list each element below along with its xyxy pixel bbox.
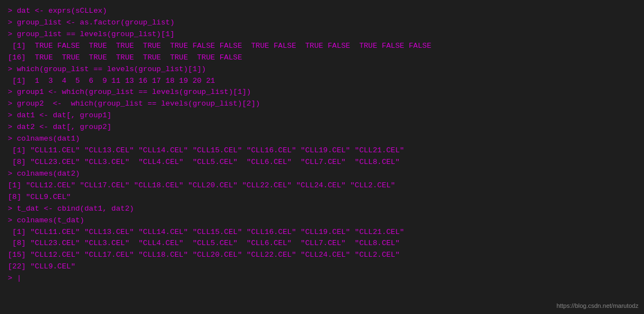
output-line: [1] "CLL11.CEL" "CLL13.CEL" "CLL14.CEL" … [8, 227, 636, 238]
output-line: [1] 1 3 4 5 6 9 11 13 16 17 18 19 20 21 [8, 76, 636, 87]
prompt-line: > t_dat <- cbind(dat1, dat2) [8, 203, 636, 215]
output-line: [1] "CLL12.CEL" "CLL17.CEL" "CLL18.CEL" … [8, 180, 636, 192]
output-line: [22] "CLL9.CEL" [8, 261, 636, 273]
prompt-line: > colnames(t_dat) [8, 215, 636, 227]
output-line: [8] "CLL23.CEL" "CLL3.CEL" "CLL4.CEL" "C… [8, 157, 636, 168]
prompt-line: > dat <- exprs(sCLLex) [8, 6, 636, 17]
prompt-line: > colnames(dat2) [8, 168, 636, 180]
output-line: [8] "CLL23.CEL" "CLL3.CEL" "CLL4.CEL" "C… [8, 238, 636, 250]
output-line: [1] "CLL11.CEL" "CLL13.CEL" "CLL14.CEL" … [8, 145, 636, 157]
output-line: [1] TRUE FALSE TRUE TRUE TRUE TRUE FALSE… [8, 41, 636, 52]
prompt-line: > group_list <- as.factor(group_list) [8, 17, 636, 29]
prompt-line: > dat1 <- dat[, group1] [8, 110, 636, 122]
prompt-line: > dat2 <- dat[, group2] [8, 122, 636, 133]
prompt-line: > group1 <- which(group_list == levels(g… [8, 87, 636, 98]
console-output: > dat <- exprs(sCLLex)> group_list <- as… [8, 6, 636, 285]
output-line: [16] TRUE TRUE TRUE TRUE TRUE TRUE TRUE … [8, 52, 636, 64]
output-line: [15] "CLL12.CEL" "CLL17.CEL" "CLL18.CEL"… [8, 250, 636, 261]
output-line: [8] "CLL9.CEL" [8, 192, 636, 203]
cursor-line: > | [8, 273, 636, 285]
prompt-line: > which(group_list == levels(group_list)… [8, 64, 636, 76]
prompt-line: > group2 <- which(group_list == levels(g… [8, 98, 636, 110]
prompt-line: > colnames(dat1) [8, 133, 636, 145]
watermark: https://blog.csdn.net/marutodz [557, 301, 638, 311]
prompt-line: > group_list == levels(group_list)[1] [8, 29, 636, 41]
